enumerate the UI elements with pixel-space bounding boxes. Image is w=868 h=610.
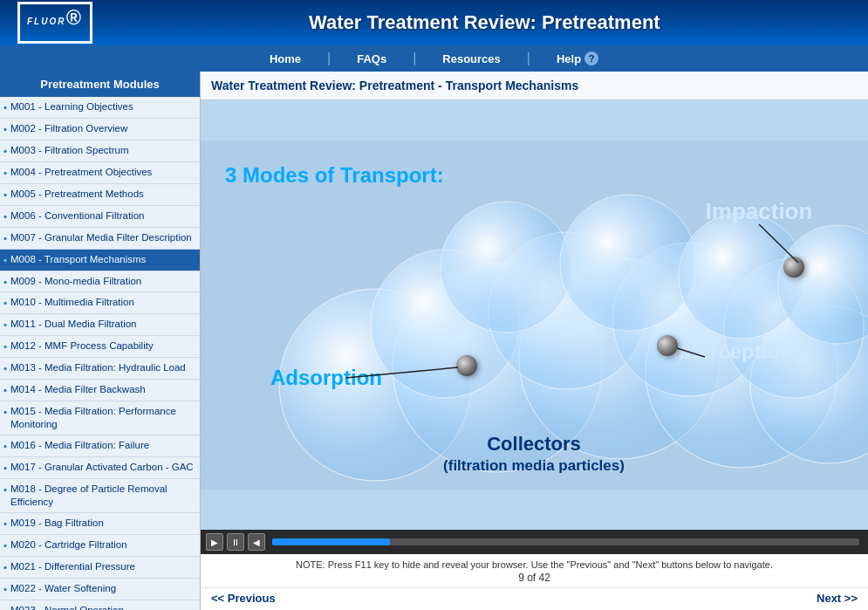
svg-point-20: [783, 257, 804, 278]
svg-text:Collectors: Collectors: [487, 433, 581, 455]
header: FLUOR® Water Treatment Review: Pretreatm…: [0, 0, 868, 45]
sidebar-item-m012[interactable]: •M012 - MMF Process Capability: [0, 336, 200, 358]
bullet-icon: •: [3, 254, 7, 267]
progress-bar[interactable]: [272, 538, 859, 545]
sidebar-item-m014[interactable]: •M014 - Media Filter Backwash: [0, 380, 200, 401]
svg-point-22: [657, 335, 678, 356]
svg-text:Impaction: Impaction: [706, 198, 813, 224]
sidebar-item-m023[interactable]: •M023 - Normal Operation: [0, 600, 200, 611]
pause-button[interactable]: ⏸: [227, 533, 244, 551]
sidebar-item-m009[interactable]: •M009 - Mono-media Filtration: [0, 271, 200, 293]
next-button[interactable]: Next >>: [817, 592, 858, 605]
nav-home[interactable]: Home: [243, 45, 327, 72]
bullet-icon: •: [3, 406, 7, 419]
svg-text:Interception: Interception: [673, 339, 792, 363]
bullet-icon: •: [3, 462, 7, 475]
bullet-icon: •: [3, 167, 7, 180]
bullet-icon: •: [3, 561, 7, 574]
progress-fill: [272, 538, 390, 545]
help-icon: ?: [584, 51, 598, 65]
sidebar-item-m001[interactable]: •M001 - Learning Objectives: [0, 97, 200, 119]
nav-help[interactable]: Help ?: [530, 45, 625, 72]
bullet-icon: •: [3, 440, 7, 453]
bullet-icon: •: [3, 605, 7, 611]
svg-point-24: [456, 355, 477, 376]
sidebar-item-m020[interactable]: •M020 - Cartridge Filtration: [0, 535, 200, 557]
nav-faqs[interactable]: FAQs: [331, 45, 413, 72]
navbar: Home | FAQs | Resources | Help ?: [0, 45, 868, 72]
sidebar-item-m008[interactable]: •M008 - Transport Mechanisms: [0, 250, 200, 271]
content: Water Treatment Review: Pretreatment - T…: [201, 72, 868, 610]
bullet-icon: •: [3, 297, 7, 310]
bullet-icon: •: [3, 188, 7, 202]
sidebar-item-m017[interactable]: •M017 - Granular Activated Carbon - GAC: [0, 457, 200, 479]
svg-text:(filtration media particles): (filtration media particles): [443, 457, 625, 474]
sidebar-item-m013[interactable]: •M013 - Media Filtration: Hydraulic Load: [0, 358, 200, 380]
logo: FLUOR®: [17, 2, 92, 44]
sidebar-item-m010[interactable]: •M010 - Multimedia Filtration: [0, 292, 200, 314]
play-button[interactable]: ▶: [206, 533, 223, 551]
sidebar-item-m021[interactable]: •M021 - Differential Pressure: [0, 557, 200, 579]
svg-point-11: [560, 195, 696, 331]
sidebar-item-m005[interactable]: •M005 - Pretreatment Methods: [0, 184, 200, 206]
sidebar-items: •M001 - Learning Objectives•M002 - Filtr…: [0, 97, 200, 610]
sidebar-item-m002[interactable]: •M002 - Filtration Overview: [0, 119, 200, 141]
bullet-icon: •: [3, 517, 7, 531]
note-bar: NOTE: Press F11 key to hide and reveal y…: [201, 554, 868, 572]
sidebar-item-m015[interactable]: •M015 - Media Filtration: Performance Mo…: [0, 401, 200, 435]
sidebar-item-m003[interactable]: •M003 - Filtration Spectrum: [0, 141, 200, 162]
sidebar-item-m022[interactable]: •M022 - Water Softening: [0, 579, 200, 600]
animation-area[interactable]: 3 Modes of Transport: Impaction Intercep…: [201, 100, 868, 530]
sidebar-item-m019[interactable]: •M019 - Bag Filtration: [0, 513, 200, 535]
bullet-icon: •: [3, 276, 7, 289]
page-number: 9 of 42: [201, 572, 868, 587]
bullet-icon: •: [3, 123, 7, 136]
bullet-icon: •: [3, 101, 7, 114]
nav-buttons: << Previous Next >>: [201, 587, 868, 610]
bullet-icon: •: [3, 340, 7, 353]
bullet-icon: •: [3, 384, 7, 397]
bullet-icon: •: [3, 539, 7, 552]
sidebar-item-m007[interactable]: •M007 - Granular Media Filter Descriptio…: [0, 228, 200, 250]
svg-point-10: [441, 202, 571, 332]
sidebar: Pretreatment Modules •M001 - Learning Ob…: [0, 72, 201, 610]
back-button[interactable]: ◀: [248, 533, 265, 551]
bullet-icon: •: [3, 362, 7, 375]
bullet-icon: •: [3, 210, 7, 223]
bullet-icon: •: [3, 583, 7, 596]
bullet-icon: •: [3, 145, 7, 158]
previous-button[interactable]: << Previous: [211, 592, 276, 605]
sidebar-item-m011[interactable]: •M011 - Dual Media Filtration: [0, 314, 200, 336]
content-title: Water Treatment Review: Pretreatment - T…: [201, 72, 868, 100]
svg-text:3 Modes of Transport:: 3 Modes of Transport:: [225, 163, 444, 187]
sidebar-item-m018[interactable]: •M018 - Degree of Particle Removal Effic…: [0, 479, 200, 513]
sidebar-item-m004[interactable]: •M004 - Pretreatment Objectives: [0, 162, 200, 184]
svg-text:Adsorption: Adsorption: [270, 366, 382, 389]
nav-resources[interactable]: Resources: [416, 45, 526, 72]
sidebar-header: Pretreatment Modules: [0, 72, 200, 97]
bullet-icon: •: [3, 319, 7, 332]
main-layout: Pretreatment Modules •M001 - Learning Ob…: [0, 72, 868, 610]
bullet-icon: •: [3, 483, 7, 497]
controls-bar: ▶ ⏸ ◀: [201, 530, 868, 554]
header-title: Water Treatment Review: Pretreatment: [119, 11, 851, 34]
sidebar-item-m006[interactable]: •M006 - Conventional Filtration: [0, 206, 200, 228]
sidebar-item-m016[interactable]: •M016 - Media Filtration: Failure: [0, 435, 200, 457]
bullet-icon: •: [3, 232, 7, 245]
scene-svg: 3 Modes of Transport: Impaction Intercep…: [201, 100, 868, 530]
